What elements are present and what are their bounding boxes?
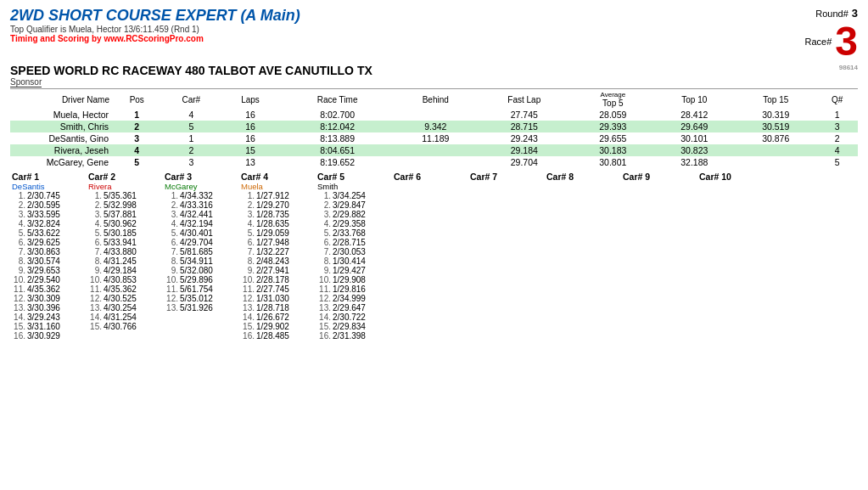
car-number: Car# 3 xyxy=(165,172,192,182)
lap-number: 11. xyxy=(241,284,256,294)
lap-time: 3/33.595 xyxy=(27,210,60,219)
lap-row: 1.4/34.332 xyxy=(163,191,239,200)
lap-row: 5.5/33.622 xyxy=(10,228,87,238)
lap-number: 2. xyxy=(317,200,333,210)
lap-number: 16. xyxy=(241,331,256,341)
lap-number: 13. xyxy=(165,303,180,313)
lap-number: 7. xyxy=(317,247,333,256)
page-container: 2WD SHORT COURSE EXPERT (A Main) Top Qua… xyxy=(0,0,868,347)
lap-number: 9. xyxy=(165,266,180,275)
lap-number: 11. xyxy=(165,284,180,294)
round-value: 3 xyxy=(852,7,858,20)
result-cell: 30.801 xyxy=(572,156,653,168)
lap-row: 5.5/30.185 xyxy=(87,228,163,238)
result-cell: Rivera, Jeseh xyxy=(10,144,112,156)
result-row: McGarey, Gene53138:19.65229.70430.80132.… xyxy=(10,156,858,168)
lap-number: 2. xyxy=(12,200,27,210)
lap-number: 5. xyxy=(241,228,256,238)
lap-row: 13.5/31.926 xyxy=(163,303,239,313)
lap-time: 2/33.768 xyxy=(333,228,366,238)
results-table: Driver Name Pos Car# Laps Race Time Behi… xyxy=(10,90,858,168)
lap-column: 1.4/34.3322.4/33.3163.4/32.4414.4/32.194… xyxy=(163,191,239,341)
lap-time: 4/30.254 xyxy=(104,303,137,313)
header-left: 2WD SHORT COURSE EXPERT (A Main) Top Qua… xyxy=(10,7,300,43)
lap-column xyxy=(545,191,621,341)
col-top10: Top 10 xyxy=(653,90,735,109)
lap-column: 1.1/27.9122.1/29.2703.1/28.7354.1/28.635… xyxy=(239,191,316,341)
lap-number: 5. xyxy=(165,228,180,238)
lap-time: 5/32.080 xyxy=(180,266,213,275)
lap-number: 14. xyxy=(12,313,27,322)
result-cell: 15 xyxy=(221,144,280,156)
result-cell: 30.519 xyxy=(735,121,816,132)
lap-time: 4/31.254 xyxy=(104,313,137,322)
lap-number: 5. xyxy=(317,228,333,238)
lap-row: 2.2/30.595 xyxy=(10,200,87,210)
car-number: Car# 4 xyxy=(241,172,268,182)
lap-row: 9.4/29.184 xyxy=(87,266,163,275)
car-header: Car# 8 xyxy=(545,172,621,191)
lap-number: 9. xyxy=(241,266,256,275)
lap-time: 3/31.160 xyxy=(27,322,60,331)
lap-number: 4. xyxy=(12,219,27,228)
lap-time: 3/30.309 xyxy=(27,294,60,303)
result-cell: 5 xyxy=(161,121,221,132)
lap-number: 1. xyxy=(241,191,256,200)
result-cell: 11.189 xyxy=(395,132,476,144)
lap-row: 10.2/29.540 xyxy=(10,275,87,284)
race-value: 3 xyxy=(835,21,858,62)
lap-time: 3/30.929 xyxy=(27,331,60,341)
lap-time: 2/28.178 xyxy=(256,275,289,284)
lap-column xyxy=(468,191,545,341)
lap-time: 1/29.902 xyxy=(256,322,289,331)
car-driver-name: McGarey xyxy=(165,182,239,191)
lap-number: 11. xyxy=(12,284,27,294)
lap-time: 1/29.270 xyxy=(256,200,289,210)
lap-row: 13.4/30.254 xyxy=(87,303,163,313)
lap-time: 2/30.745 xyxy=(27,191,60,200)
lap-time: 5/29.896 xyxy=(180,275,213,284)
result-cell: 16 xyxy=(221,109,280,121)
car-header: Car# 7 xyxy=(468,172,545,191)
lap-row: 1.3/34.254 xyxy=(316,191,392,200)
lap-number: 15. xyxy=(12,322,27,331)
lap-time: 1/28.735 xyxy=(256,210,289,219)
lap-time: 5/31.926 xyxy=(180,303,213,313)
lap-row: 9.3/29.653 xyxy=(10,266,87,275)
lap-time: 4/34.332 xyxy=(180,191,213,200)
lap-time: 2/30.722 xyxy=(333,313,366,322)
result-cell: 29.649 xyxy=(653,121,735,132)
result-cell: 27.745 xyxy=(476,109,572,121)
lap-time: 1/29.427 xyxy=(333,266,366,275)
result-cell: 3 xyxy=(112,132,161,144)
result-cell: 1 xyxy=(161,132,221,144)
lap-time: 3/30.863 xyxy=(27,247,60,256)
lap-number: 2. xyxy=(241,200,256,210)
lap-time: 2/31.398 xyxy=(333,331,366,341)
lap-time: 2/48.243 xyxy=(256,256,289,266)
round-line: Round# 3 xyxy=(815,7,858,20)
result-row: Muela, Hector14168:02.70027.74528.05928.… xyxy=(10,109,858,121)
lap-number: 10. xyxy=(165,275,180,284)
results-header-row: Driver Name Pos Car# Laps Race Time Behi… xyxy=(10,90,858,109)
lap-row: 6.4/29.704 xyxy=(163,238,239,247)
car-number: Car# 1 xyxy=(12,172,39,182)
result-cell: 13 xyxy=(221,156,280,168)
lap-time: 3/29.847 xyxy=(333,200,366,210)
lap-row: 4.4/32.194 xyxy=(163,219,239,228)
lap-number: 6. xyxy=(241,238,256,247)
col-q: Q# xyxy=(816,90,858,109)
lap-number: 14. xyxy=(88,313,104,322)
lap-number: 1. xyxy=(88,191,104,200)
col-laps: Laps xyxy=(221,90,280,109)
car-number: Car# 9 xyxy=(623,172,650,182)
lap-row: 10.5/29.896 xyxy=(163,275,239,284)
result-cell: 2 xyxy=(112,121,161,132)
lap-row: 12.4/30.525 xyxy=(87,294,163,303)
result-cell: 1 xyxy=(112,109,161,121)
lap-column xyxy=(697,191,774,341)
lap-number: 3. xyxy=(241,210,256,219)
lap-time: 4/29.184 xyxy=(104,266,137,275)
lap-number: 13. xyxy=(12,303,27,313)
lap-row: 5.1/29.059 xyxy=(239,228,316,238)
